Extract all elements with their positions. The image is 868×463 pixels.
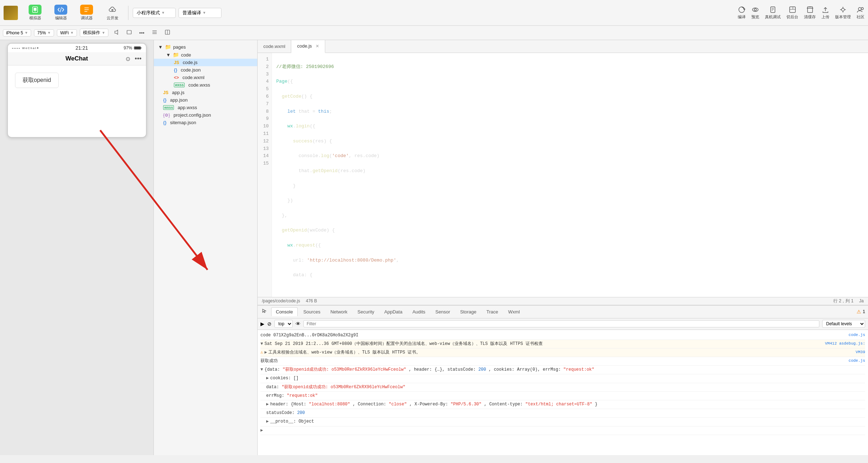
- expand-icon-2[interactable]: ▼: [260, 341, 263, 347]
- clear-icon-item[interactable]: 清缓存: [804, 6, 816, 20]
- preview-icon-item[interactable]: 预览: [751, 6, 759, 20]
- code-editor-area[interactable]: 12345 678910 1112131415 //老师微信: 25019026…: [258, 53, 868, 297]
- upload-icon-item[interactable]: 上传: [821, 6, 829, 20]
- panel-icon[interactable]: [150, 29, 160, 37]
- simulator-button[interactable]: 模拟器: [24, 3, 47, 22]
- console-entry-3-link[interactable]: VM39: [856, 349, 865, 356]
- expand-icon-11[interactable]: ▶: [266, 418, 269, 425]
- compile-dropdown[interactable]: 普通编译 ▼: [179, 8, 221, 18]
- console-entry-12: ▶: [260, 427, 865, 435]
- tab-trace[interactable]: Trace: [482, 308, 503, 316]
- simulator-icon: [29, 5, 42, 15]
- device-debug-icon-item[interactable]: 真机调试: [765, 6, 781, 20]
- app-js-label: app.js: [172, 90, 185, 95]
- tab-wxml[interactable]: Wxml: [504, 308, 524, 316]
- tab-network[interactable]: Network: [326, 308, 352, 316]
- expand-icon-9[interactable]: ▶: [266, 401, 269, 408]
- console-entry-1-link[interactable]: code.js: [849, 332, 865, 338]
- code-content[interactable]: //老师微信: 2501902696 Page({ getCode() { le…: [272, 53, 868, 297]
- phone-battery: 97%: [123, 45, 141, 50]
- code-js-label: code.js: [183, 60, 198, 65]
- tab-console[interactable]: Console: [271, 307, 298, 316]
- tab-code-js[interactable]: code.js ✕: [291, 40, 325, 53]
- operation-dropdown[interactable]: 模拟操作 ▼: [80, 29, 108, 37]
- clear-label: 清缓存: [804, 14, 816, 20]
- volume-icon[interactable]: [111, 29, 121, 37]
- console-entry-8: errMsg: "request:ok": [260, 392, 865, 400]
- version-icon-item[interactable]: 版本管理: [835, 6, 851, 20]
- cut-icon: [789, 6, 796, 14]
- split-icon[interactable]: [162, 29, 172, 37]
- file-code-wxss[interactable]: wxss code.wxss: [154, 81, 257, 89]
- log-level-selector[interactable]: Default levels: [822, 320, 865, 328]
- more-icon[interactable]: •••: [137, 29, 147, 36]
- mode-dropdown[interactable]: 小程序模式 ▼: [133, 8, 176, 18]
- console-clear-icon[interactable]: ⊘: [267, 321, 272, 327]
- code-panel: code.wxml code.js ✕ 12345 678910 1112131…: [258, 40, 868, 455]
- console-entry-4-link[interactable]: code.js: [849, 358, 865, 364]
- expand-icon-3[interactable]: ▶: [264, 349, 267, 356]
- console-tab-label: Console: [276, 309, 293, 315]
- screen-icon[interactable]: [124, 29, 134, 37]
- svg-point-2: [35, 11, 35, 12]
- compile-icon-item[interactable]: 编译: [738, 6, 746, 20]
- file-app-json[interactable]: {} app.json: [154, 96, 257, 104]
- console-run-icon[interactable]: ▶: [260, 321, 264, 327]
- devtools-toolbar: ▶ ⊘ top 👁 Default levels: [258, 318, 868, 330]
- cut-label: 切后台: [786, 14, 798, 20]
- status-position: 行 2，列 1: [833, 298, 853, 304]
- zoom-arrow-icon: ▼: [47, 31, 51, 35]
- devtools-pointer-icon[interactable]: [260, 307, 268, 316]
- console-entry-8-text: errMsg: "request:ok": [266, 393, 865, 399]
- tab-appdata[interactable]: AppData: [380, 308, 407, 316]
- debugger-icon: [80, 5, 93, 15]
- file-app-js[interactable]: JS app.js: [154, 89, 257, 96]
- tab-security[interactable]: Security: [353, 308, 379, 316]
- expand-icon-5[interactable]: ▼: [260, 366, 263, 373]
- eye-icon: [751, 6, 759, 14]
- tab-close-icon[interactable]: ✕: [316, 44, 319, 49]
- community-icon-item[interactable]: 社区: [857, 6, 864, 20]
- filter-input[interactable]: [303, 320, 819, 327]
- file-code-js[interactable]: JS code.js: [154, 59, 257, 66]
- code-folder[interactable]: ▼ 📁 code: [154, 51, 257, 59]
- appdata-tab-label: AppData: [384, 309, 403, 315]
- cloud-button[interactable]: 云开发: [101, 3, 124, 22]
- expand-icon-6[interactable]: ▶: [266, 375, 269, 382]
- file-code-wxml[interactable]: <> code.wxml: [154, 74, 257, 81]
- device-arrow-icon: ▼: [24, 31, 28, 35]
- file-app-wxss[interactable]: wxss app.wxss: [154, 104, 257, 111]
- file-sitemap[interactable]: {} sitemap.json: [154, 119, 257, 126]
- code-line-15: data: {: [276, 272, 864, 279]
- tab-sensor[interactable]: Sensor: [431, 308, 454, 316]
- get-openid-button[interactable]: 获取openid: [15, 73, 59, 88]
- console-entry-2: ▼ Sat Sep 21 2019 21:2...36 GMT+0800（中国标…: [260, 340, 865, 349]
- network-dropdown[interactable]: WiFi ▼: [57, 29, 77, 36]
- pages-label: pages: [173, 44, 186, 50]
- right-toolbar-icons: 编译 预览 真机调试 切后台 清缓存 上传 版本管理 社区: [738, 6, 864, 20]
- avatar[interactable]: [4, 6, 18, 20]
- tab-storage[interactable]: Storage: [456, 308, 481, 316]
- tab-audits[interactable]: Audits: [408, 308, 430, 316]
- network-arrow-icon: ▼: [70, 31, 74, 35]
- svg-rect-11: [771, 7, 775, 13]
- refresh-icon: [738, 6, 746, 14]
- debugger-button[interactable]: 调试器: [75, 3, 98, 22]
- tab-code-wxml[interactable]: code.wxml: [258, 40, 291, 53]
- file-code-json[interactable]: {} code.json: [154, 66, 257, 74]
- context-selector[interactable]: top: [274, 320, 293, 328]
- svg-rect-34: [135, 47, 140, 49]
- editor-button[interactable]: 编辑器: [49, 3, 72, 22]
- console-entry-2-link[interactable]: VM412 asdebug.js:: [825, 341, 865, 347]
- zoom-dropdown[interactable]: 75% ▼: [34, 29, 54, 36]
- eye-toggle-icon[interactable]: 👁: [296, 321, 301, 327]
- tab-sources[interactable]: Sources: [299, 308, 325, 316]
- console-entry-10: statusCode: 200: [260, 409, 865, 418]
- expand-icon-12[interactable]: ▶: [260, 427, 263, 434]
- pages-folder[interactable]: ▼ 📁 pages: [154, 43, 257, 51]
- phone-panel: ••••• WeChat✦ 21:21 97% WeChat ⊙ ••• 获取o…: [0, 40, 154, 455]
- svg-point-19: [842, 8, 844, 11]
- file-project-config[interactable]: {⚙} project.config.json: [154, 111, 257, 119]
- cut-icon-item[interactable]: 切后台: [786, 6, 798, 20]
- device-dropdown[interactable]: iPhone 5 ▼: [3, 29, 31, 36]
